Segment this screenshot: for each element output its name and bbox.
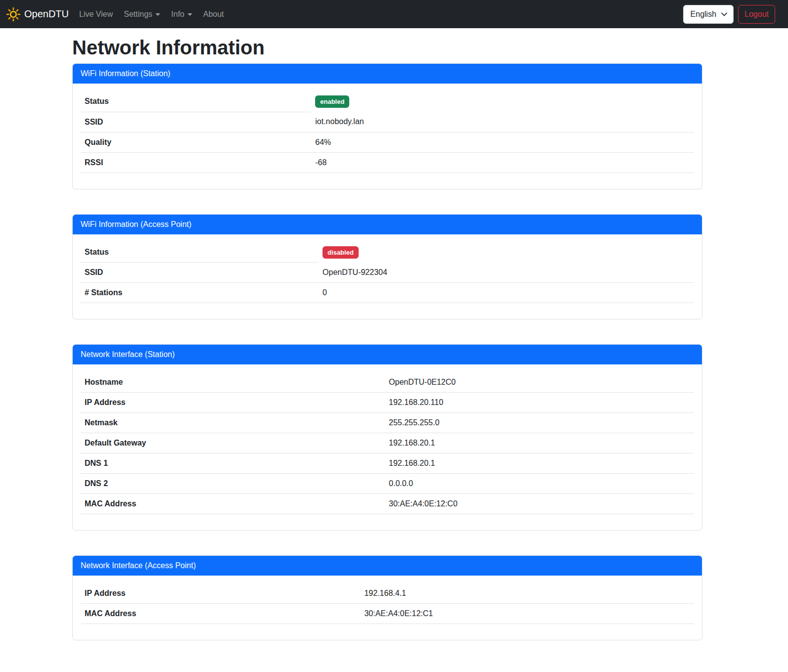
table-row: Status enabled bbox=[81, 91, 694, 112]
table-row: MAC Address 30:AE:A4:0E:12:C0 bbox=[81, 494, 694, 514]
navbar: OpenDTU Live View Settings Info About En… bbox=[0, 0, 788, 28]
main-content: Network Information WiFi Information (St… bbox=[72, 36, 702, 640]
table-row: MAC Address 30:AE:A4:0E:12:C1 bbox=[81, 604, 694, 624]
info-card: WiFi Information (Station) Status enable… bbox=[72, 63, 702, 189]
row-value: OpenDTU-0E12C0 bbox=[385, 372, 694, 393]
row-label: SSID bbox=[81, 112, 311, 132]
card-body: Status enabled SSID iot.nobody.lan Quali… bbox=[73, 84, 702, 189]
card-header: Network Interface (Station) bbox=[73, 345, 702, 364]
table-row: IP Address 192.168.4.1 bbox=[81, 583, 694, 604]
row-value: 192.168.20.110 bbox=[385, 393, 694, 413]
row-value: disabled bbox=[319, 242, 694, 263]
table-row: # Stations 0 bbox=[81, 283, 694, 303]
table-row: RSSI -68 bbox=[81, 152, 694, 173]
sun-icon bbox=[6, 7, 21, 22]
row-label: Status bbox=[81, 91, 311, 112]
row-value: enabled bbox=[311, 91, 694, 112]
row-value: 30:AE:A4:0E:12:C1 bbox=[360, 604, 694, 624]
row-label: IP Address bbox=[81, 583, 360, 604]
table-row: DNS 2 0.0.0.0 bbox=[81, 474, 694, 494]
table-row: Quality 64% bbox=[81, 132, 694, 152]
info-table: Status enabled SSID iot.nobody.lan Quali… bbox=[81, 91, 694, 173]
caret-down-icon bbox=[187, 13, 192, 16]
row-label: DNS 1 bbox=[81, 453, 385, 474]
nav-item-info[interactable]: Info bbox=[166, 6, 198, 23]
row-label: Hostname bbox=[81, 372, 385, 393]
row-label: RSSI bbox=[81, 152, 311, 173]
card-header: WiFi Information (Station) bbox=[73, 64, 702, 84]
cards: WiFi Information (Station) Status enable… bbox=[72, 63, 702, 640]
info-table: IP Address 192.168.4.1 MAC Address 30:AE… bbox=[81, 583, 694, 624]
logout-button[interactable]: Logout bbox=[738, 5, 775, 24]
chevron-down-icon bbox=[720, 10, 728, 20]
row-value: -68 bbox=[311, 152, 694, 173]
table-row: IP Address 192.168.20.110 bbox=[81, 393, 694, 413]
language-select-value: English bbox=[691, 10, 716, 19]
nav-item-about[interactable]: About bbox=[198, 6, 230, 23]
table-row: Status disabled bbox=[81, 242, 694, 263]
table-row: Default Gateway 192.168.20.1 bbox=[81, 433, 694, 453]
table-row: Netmask 255.255.255.0 bbox=[81, 413, 694, 433]
brand-label: OpenDTU bbox=[24, 8, 69, 20]
card-body: Hostname OpenDTU-0E12C0 IP Address 192.1… bbox=[73, 364, 702, 530]
nav-menu: Live View Settings Info About bbox=[74, 6, 230, 23]
status-badge: disabled bbox=[323, 246, 359, 259]
row-label: Quality bbox=[81, 132, 311, 152]
row-value: 192.168.4.1 bbox=[360, 583, 694, 604]
info-table: Status disabled SSID OpenDTU-922304 # St… bbox=[81, 242, 694, 304]
nav-item-settings[interactable]: Settings bbox=[118, 6, 166, 23]
row-value: 0 bbox=[319, 283, 694, 303]
caret-down-icon bbox=[155, 13, 160, 16]
row-label: MAC Address bbox=[81, 494, 385, 514]
row-value: iot.nobody.lan bbox=[311, 112, 694, 132]
row-label: Netmask bbox=[81, 413, 385, 433]
row-label: DNS 2 bbox=[81, 474, 385, 494]
card-header: WiFi Information (Access Point) bbox=[73, 215, 702, 234]
row-value: 192.168.20.1 bbox=[385, 453, 694, 474]
row-label: Status bbox=[81, 242, 319, 263]
page-title: Network Information bbox=[72, 36, 702, 59]
row-label: Default Gateway bbox=[81, 433, 385, 453]
nav-item-live-view[interactable]: Live View bbox=[74, 6, 118, 23]
row-value: 192.168.20.1 bbox=[385, 433, 694, 453]
brand[interactable]: OpenDTU bbox=[6, 7, 69, 22]
card-body: IP Address 192.168.4.1 MAC Address 30:AE… bbox=[73, 576, 702, 640]
row-label: IP Address bbox=[81, 393, 385, 413]
row-label: MAC Address bbox=[81, 604, 360, 624]
info-table: Hostname OpenDTU-0E12C0 IP Address 192.1… bbox=[81, 372, 694, 514]
status-badge: enabled bbox=[315, 95, 349, 108]
language-select[interactable]: English bbox=[683, 5, 734, 24]
table-row: SSID iot.nobody.lan bbox=[81, 112, 694, 132]
card-body: Status disabled SSID OpenDTU-922304 # St… bbox=[73, 234, 702, 319]
row-value: OpenDTU-922304 bbox=[319, 263, 694, 283]
info-card: Network Interface (Access Point) IP Addr… bbox=[72, 555, 702, 640]
info-card: Network Interface (Station) Hostname Ope… bbox=[72, 344, 702, 531]
navbar-right: English Logout bbox=[683, 5, 775, 24]
row-value: 64% bbox=[311, 132, 694, 152]
table-row: Hostname OpenDTU-0E12C0 bbox=[81, 372, 694, 393]
row-value: 0.0.0.0 bbox=[385, 474, 694, 494]
card-header: Network Interface (Access Point) bbox=[73, 556, 702, 576]
row-value: 255.255.255.0 bbox=[385, 413, 694, 433]
table-row: DNS 1 192.168.20.1 bbox=[81, 453, 694, 474]
row-value: 30:AE:A4:0E:12:C0 bbox=[385, 494, 694, 514]
info-card: WiFi Information (Access Point) Status d… bbox=[72, 214, 702, 320]
row-label: # Stations bbox=[81, 283, 319, 303]
row-label: SSID bbox=[81, 263, 319, 283]
table-row: SSID OpenDTU-922304 bbox=[81, 263, 694, 283]
